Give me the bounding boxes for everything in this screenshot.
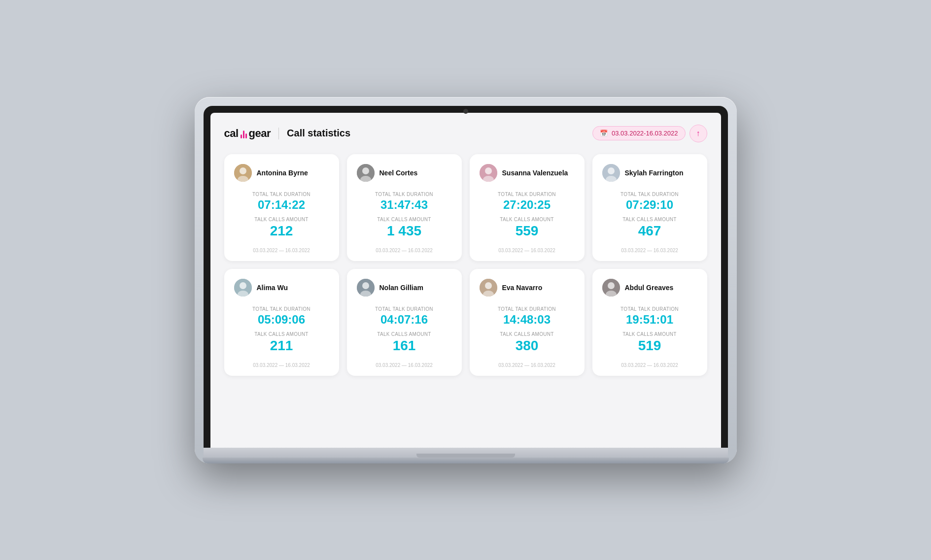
card-date-7: 03.03.2022 — 16.03.2022 [480, 359, 575, 368]
stat-duration-label-3: Total Talk Duration [498, 192, 556, 197]
agent-card-6: Nolan Gilliam Total Talk Duration 04:07:… [347, 269, 462, 376]
date-range-text: 03.03.2022-16.03.2022 [612, 130, 678, 137]
stat-calls-label-6: Talk Calls Amount [377, 331, 431, 337]
camera-notch [463, 109, 468, 114]
stat-calls-value-2: 1 435 [387, 224, 421, 238]
card-header-7: Eva Navarro [480, 279, 575, 296]
card-date-5: 03.03.2022 — 16.03.2022 [234, 359, 329, 368]
agent-card-5: Alima Wu Total Talk Duration 05:09:06 Ta… [224, 269, 339, 376]
agent-name-7: Eva Navarro [502, 284, 543, 292]
screen-bezel: cal gear Call statistics [204, 106, 728, 448]
stat-duration-label-1: Total Talk Duration [252, 192, 310, 197]
avatar-2 [357, 164, 375, 182]
card-date-8: 03.03.2022 — 16.03.2022 [602, 359, 697, 368]
agent-name-4: Skylah Farrington [625, 169, 684, 177]
stat-calls-value-4: 467 [638, 224, 661, 238]
svg-point-7 [485, 167, 492, 174]
svg-point-1 [240, 167, 246, 174]
stat-calls-label-7: Talk Calls Amount [500, 331, 553, 337]
avatar-5 [234, 279, 252, 296]
card-date-6: 03.03.2022 — 16.03.2022 [357, 359, 452, 368]
stat-calls-block-2: Talk Calls Amount 1 435 [357, 217, 452, 238]
stat-duration-block-6: Total Talk Duration 04:07:16 [357, 306, 452, 326]
header-divider [278, 128, 279, 139]
stat-calls-label-3: Talk Calls Amount [500, 217, 553, 222]
svg-point-22 [608, 282, 615, 289]
agent-name-1: Antonina Byrne [257, 169, 308, 177]
stat-duration-label-5: Total Talk Duration [252, 306, 310, 312]
stat-calls-label-4: Talk Calls Amount [622, 217, 676, 222]
stat-duration-label-7: Total Talk Duration [498, 306, 556, 312]
stat-duration-block-7: Total Talk Duration 14:48:03 [480, 306, 575, 326]
header-right: 📅 03.03.2022-16.03.2022 ↑ [592, 125, 707, 142]
avatar-7 [480, 279, 497, 296]
logo-bar-1 [241, 134, 242, 138]
card-header-4: Skylah Farrington [602, 164, 697, 182]
card-header-2: Neel Cortes [357, 164, 452, 182]
card-header-1: Antonina Byrne [234, 164, 329, 182]
app-container: cal gear Call statistics [210, 113, 721, 448]
agent-card-7: Eva Navarro Total Talk Duration 14:48:03… [470, 269, 585, 376]
laptop-frame: cal gear Call statistics [195, 97, 737, 463]
stat-calls-label-5: Talk Calls Amount [254, 331, 308, 337]
card-header-6: Nolan Gilliam [357, 279, 452, 296]
logo: cal gear [224, 127, 271, 140]
card-date-2: 03.03.2022 — 16.03.2022 [357, 244, 452, 253]
stat-duration-value-6: 04:07:16 [380, 314, 428, 326]
stat-duration-block-5: Total Talk Duration 05:09:06 [234, 306, 329, 326]
logo-bar-3 [245, 133, 247, 138]
svg-point-4 [362, 167, 369, 174]
stat-calls-block-8: Talk Calls Amount 519 [602, 331, 697, 353]
stat-calls-value-6: 161 [393, 339, 416, 353]
agent-card-1: Antonina Byrne Total Talk Duration 07:14… [224, 154, 339, 261]
stat-duration-label-4: Total Talk Duration [621, 192, 679, 197]
stat-calls-value-3: 559 [516, 224, 539, 238]
agent-card-2: Neel Cortes Total Talk Duration 31:47:43… [347, 154, 462, 261]
stat-calls-label-8: Talk Calls Amount [622, 331, 676, 337]
stat-duration-value-2: 31:47:43 [380, 199, 428, 211]
card-date-3: 03.03.2022 — 16.03.2022 [480, 244, 575, 253]
card-header-3: Susanna Valenzuela [480, 164, 575, 182]
upload-icon: ↑ [696, 129, 700, 138]
upload-button[interactable]: ↑ [690, 125, 707, 142]
card-date-1: 03.03.2022 — 16.03.2022 [234, 244, 329, 253]
cards-grid: Antonina Byrne Total Talk Duration 07:14… [224, 154, 707, 376]
avatar-1 [234, 164, 252, 182]
card-header-8: Abdul Greaves [602, 279, 697, 296]
svg-point-10 [608, 167, 615, 174]
svg-point-16 [362, 282, 369, 289]
svg-point-19 [485, 282, 492, 289]
stat-calls-label-1: Talk Calls Amount [254, 217, 308, 222]
header-left: cal gear Call statistics [224, 127, 351, 140]
logo-bar-2 [243, 131, 244, 138]
stat-duration-block-2: Total Talk Duration 31:47:43 [357, 192, 452, 211]
stat-duration-value-3: 27:20:25 [503, 199, 551, 211]
stat-calls-block-7: Talk Calls Amount 380 [480, 331, 575, 353]
avatar-3 [480, 164, 497, 182]
laptop-foot [203, 458, 729, 463]
agent-card-3: Susanna Valenzuela Total Talk Duration 2… [470, 154, 585, 261]
agent-name-2: Neel Cortes [379, 169, 418, 177]
avatar-6 [357, 279, 375, 296]
stat-duration-value-4: 07:29:10 [626, 199, 673, 211]
card-date-4: 03.03.2022 — 16.03.2022 [602, 244, 697, 253]
date-range-badge[interactable]: 📅 03.03.2022-16.03.2022 [592, 126, 685, 140]
stat-duration-value-1: 07:14:22 [258, 199, 305, 211]
stat-duration-value-8: 19:51:01 [626, 314, 673, 326]
svg-point-13 [240, 282, 246, 289]
stat-duration-block-8: Total Talk Duration 19:51:01 [602, 306, 697, 326]
stat-calls-block-6: Talk Calls Amount 161 [357, 331, 452, 353]
stat-calls-block-1: Talk Calls Amount 212 [234, 217, 329, 238]
avatar-8 [602, 279, 620, 296]
stat-calls-value-1: 212 [270, 224, 293, 238]
laptop-screen: cal gear Call statistics [210, 113, 721, 448]
stat-calls-value-8: 519 [638, 339, 661, 353]
stat-duration-block-1: Total Talk Duration 07:14:22 [234, 192, 329, 211]
agent-name-6: Nolan Gilliam [379, 284, 423, 292]
stat-duration-value-7: 14:48:03 [503, 314, 551, 326]
stat-calls-value-7: 380 [516, 339, 539, 353]
agent-card-8: Abdul Greaves Total Talk Duration 19:51:… [592, 269, 707, 376]
laptop-base [204, 448, 728, 458]
agent-card-4: Skylah Farrington Total Talk Duration 07… [592, 154, 707, 261]
logo-bars-icon [241, 129, 247, 138]
